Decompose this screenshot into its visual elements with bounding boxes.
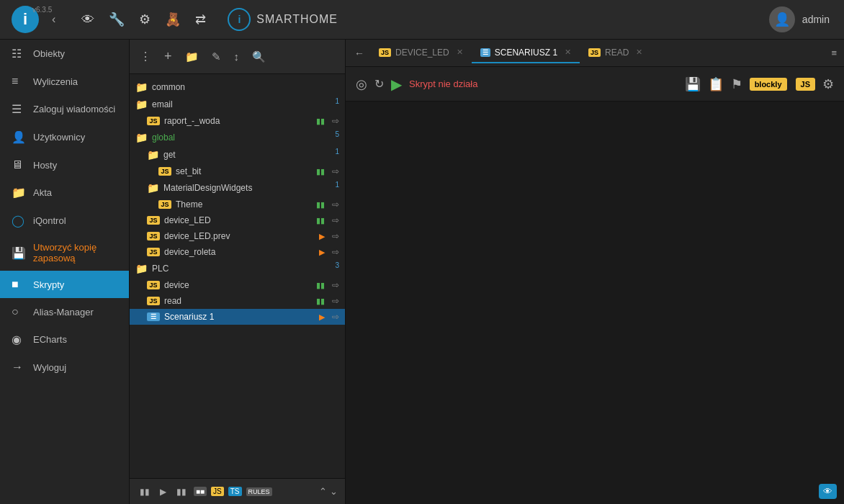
add-folder-button[interactable]: 📁 bbox=[182, 48, 202, 66]
arrow-icon-scenariusz1[interactable]: ⇨ bbox=[332, 312, 339, 322]
tree-folder-email[interactable]: 📁 email 1 bbox=[130, 96, 345, 113]
sidebar-label-obiekty: Obiekty bbox=[33, 48, 65, 59]
tab-read[interactable]: JS READ ✕ bbox=[580, 43, 651, 63]
sidebar-item-iqontrol[interactable]: ◯ iQontrol bbox=[0, 207, 129, 235]
alias-icon: ○ bbox=[12, 305, 26, 318]
message-icon: ☰ bbox=[12, 102, 26, 116]
gear-icon[interactable]: ⚙ bbox=[139, 12, 151, 27]
run-button[interactable]: ▶ bbox=[391, 76, 402, 93]
tree-item-device-led-prev[interactable]: JS device_LED.prev ▶ ⇨ bbox=[130, 228, 345, 244]
arrow-icon-device-led[interactable]: ⇨ bbox=[332, 215, 339, 225]
arrow-icon-set-bit[interactable]: ⇨ bbox=[332, 166, 339, 176]
tree-folder-mdw[interactable]: 📁 MaterialDesignWidgets 1 bbox=[130, 179, 345, 197]
tab-scenariusz1[interactable]: ☰ SCENARIUSZ 1 ✕ bbox=[472, 43, 580, 63]
tabs-back-button[interactable]: ← bbox=[349, 43, 370, 63]
tree-item-label: get bbox=[163, 150, 339, 160]
ts-filter-button[interactable]: TS bbox=[228, 487, 242, 496]
arrow-icon-raport[interactable]: ⇨ bbox=[332, 116, 339, 126]
sidebar-item-wyloguj[interactable]: → Wyloguj bbox=[0, 354, 129, 381]
tree-item-set-bit[interactable]: JS set_bit ▮▮ ⇨ bbox=[130, 163, 345, 179]
sync-icon[interactable]: ⇄ bbox=[195, 12, 206, 27]
sidebar-item-uzytkownicy[interactable]: 👤 Użytkownicy bbox=[0, 123, 129, 151]
plc-count: 3 bbox=[335, 261, 339, 269]
arrow-icon-device[interactable]: ⇨ bbox=[332, 280, 339, 290]
wrench-icon[interactable]: 🔧 bbox=[109, 12, 125, 27]
folder-common-icon: 📁 bbox=[135, 81, 148, 93]
save-icon: 💾 bbox=[12, 246, 26, 260]
arrow-icon-device-led-prev[interactable]: ⇨ bbox=[332, 231, 339, 241]
sidebar-item-obiekty[interactable]: ☷ Obiekty bbox=[0, 40, 129, 68]
refresh-button[interactable]: ↻ bbox=[374, 77, 384, 91]
blocks-button[interactable]: ■■ bbox=[194, 487, 207, 496]
collapse-sidebar-button[interactable]: ‹ bbox=[52, 13, 55, 26]
chart-icon: ◉ bbox=[12, 333, 26, 346]
collapse-up-button[interactable]: ⌃ bbox=[319, 486, 327, 497]
js-badge-device: JS bbox=[147, 281, 160, 289]
tree-item-device-roleta[interactable]: JS device_roleta ▶ ⇨ bbox=[130, 244, 345, 260]
collapse-down-button[interactable]: ⌄ bbox=[330, 486, 338, 497]
arrow-icon-theme[interactable]: ⇨ bbox=[332, 199, 339, 210]
sidebar-label-hosty: Hosty bbox=[33, 160, 57, 171]
sidebar-item-alias[interactable]: ○ Alias-Manager bbox=[0, 298, 129, 325]
edit-button[interactable]: ✎ bbox=[209, 48, 224, 66]
tab-close-read[interactable]: ✕ bbox=[636, 48, 642, 57]
sidebar-item-akta[interactable]: 📁 Akta bbox=[0, 179, 129, 207]
eye-icon[interactable]: 👁 bbox=[81, 12, 94, 27]
global-count: 5 bbox=[335, 130, 339, 138]
editor-area: ← JS DEVICE_LED ✕ ☰ SCENARIUSZ 1 ✕ JS RE… bbox=[346, 40, 844, 504]
sidebar-item-kopia[interactable]: 💾 Utworzyć kopię zapasową bbox=[0, 235, 129, 271]
sidebar-item-zaloguj[interactable]: ☰ Zaloguj wiadomości bbox=[0, 95, 129, 123]
folder-email-icon: 📁 bbox=[135, 99, 148, 110]
save-button[interactable]: 💾 bbox=[685, 76, 701, 92]
tree-item-device-led[interactable]: JS device_LED ▮▮ ⇨ bbox=[130, 212, 345, 228]
tree-item-label: read bbox=[164, 296, 312, 306]
sort-button[interactable]: ↕ bbox=[231, 48, 243, 66]
js-filter-button[interactable]: JS bbox=[211, 487, 224, 496]
tabs-menu-button[interactable]: ≡ bbox=[824, 43, 844, 63]
tree-item-label: PLC bbox=[152, 264, 339, 274]
plugin-icon[interactable]: 🧸 bbox=[165, 12, 181, 27]
sidebar-item-hosty[interactable]: 🖥 Hosty bbox=[0, 151, 129, 179]
menu-button[interactable]: ⋮ bbox=[137, 47, 154, 66]
sidebar: ☷ Obiekty ≡ Wyliczenia ☰ Zaloguj wiadomo… bbox=[0, 40, 130, 504]
tree-item-scenariusz1[interactable]: ☰ Scenariusz 1 ▶ ⇨ bbox=[130, 309, 345, 325]
pause-icon-theme: ▮▮ bbox=[316, 200, 325, 210]
tree-item-read[interactable]: JS read ▮▮ ⇨ bbox=[130, 293, 345, 309]
arrow-icon-device-roleta[interactable]: ⇨ bbox=[332, 247, 339, 257]
tabs-bar: ← JS DEVICE_LED ✕ ☰ SCENARIUSZ 1 ✕ JS RE… bbox=[346, 40, 844, 67]
folder-icon: 📁 bbox=[12, 186, 26, 199]
flag-button[interactable]: ⚑ bbox=[731, 76, 742, 92]
sidebar-label-wyloguj: Wyloguj bbox=[33, 362, 66, 373]
sidebar-item-echarts[interactable]: ◉ ECharts bbox=[0, 325, 129, 354]
search-button[interactable]: 🔍 bbox=[249, 48, 269, 66]
add-script-button[interactable]: + bbox=[161, 46, 175, 67]
tab-close-scenariusz1[interactable]: ✕ bbox=[565, 48, 571, 57]
target-button[interactable]: ◎ bbox=[356, 76, 367, 92]
pause-all-button[interactable]: ▮▮ bbox=[137, 485, 153, 498]
tree-folder-plc[interactable]: 📁 PLC 3 bbox=[130, 260, 345, 277]
rules-filter-button[interactable]: RULES bbox=[246, 487, 272, 496]
js-mode-button[interactable]: JS bbox=[796, 78, 815, 91]
tree-item-theme[interactable]: JS Theme ▮▮ ⇨ bbox=[130, 197, 345, 212]
tab-device-led[interactable]: JS DEVICE_LED ✕ bbox=[370, 43, 472, 63]
blockly-button[interactable]: blockly bbox=[750, 78, 787, 91]
tree-folder-global[interactable]: 📁 global 5 bbox=[130, 129, 345, 146]
tree-folder-common[interactable]: 📁 common bbox=[130, 78, 345, 96]
sidebar-label-uzytkownicy: Użytkownicy bbox=[33, 132, 85, 143]
editor-settings-button[interactable]: ⚙ bbox=[822, 76, 834, 92]
tree-folder-get[interactable]: 📁 get 1 bbox=[130, 146, 345, 163]
sidebar-item-wyliczenia[interactable]: ≡ Wyliczenia bbox=[0, 68, 129, 95]
tree-item-device[interactable]: JS device ▮▮ ⇨ bbox=[130, 277, 345, 293]
pause-button[interactable]: ▮▮ bbox=[174, 485, 189, 498]
tab-close-device-led[interactable]: ✕ bbox=[457, 48, 463, 57]
sidebar-label-echarts: ECharts bbox=[33, 334, 67, 345]
logout-icon: → bbox=[12, 361, 26, 374]
collapse-arrows: ⌃ ⌄ bbox=[319, 486, 338, 497]
play-all-button[interactable]: ▶ bbox=[157, 485, 169, 498]
eye-bottom-button[interactable]: 👁 bbox=[819, 484, 837, 499]
version-text: v6.3.5 bbox=[32, 6, 52, 14]
arrow-icon-read[interactable]: ⇨ bbox=[332, 296, 339, 306]
tree-item-raport[interactable]: JS raport_-_woda ▮▮ ⇨ bbox=[130, 113, 345, 129]
save-as-button[interactable]: 📋 bbox=[708, 76, 724, 92]
sidebar-item-skrypty[interactable]: ■ Skrypty bbox=[0, 271, 129, 298]
